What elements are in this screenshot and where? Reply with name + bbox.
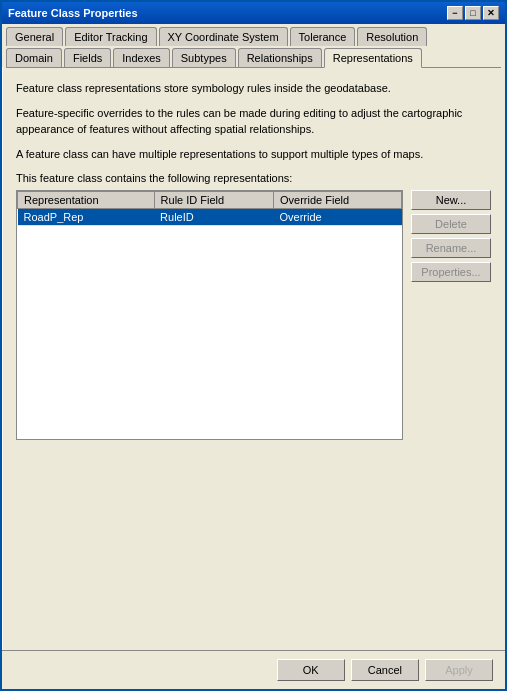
new-button[interactable]: New...: [411, 190, 491, 210]
representations-table-container: Representation Rule ID Field Override Fi…: [16, 190, 403, 440]
rename-button[interactable]: Rename...: [411, 238, 491, 258]
minimize-button[interactable]: −: [447, 6, 463, 20]
tab-resolution[interactable]: Resolution: [357, 27, 427, 46]
table-row[interactable]: RoadP_Rep RuleID Override: [18, 209, 402, 226]
col-header-override: Override Field: [274, 192, 402, 209]
tab-relationships[interactable]: Relationships: [238, 48, 322, 67]
description2: Feature-specific overrides to the rules …: [16, 105, 491, 138]
table-and-buttons: Representation Rule ID Field Override Fi…: [16, 190, 491, 440]
title-bar: Feature Class Properties − □ ✕: [2, 2, 505, 24]
tab-subtypes[interactable]: Subtypes: [172, 48, 236, 67]
ok-button[interactable]: OK: [277, 659, 345, 681]
side-buttons-panel: New... Delete Rename... Properties...: [411, 190, 491, 282]
tab-indexes[interactable]: Indexes: [113, 48, 170, 67]
cancel-button[interactable]: Cancel: [351, 659, 419, 681]
table-header-row: Representation Rule ID Field Override Fi…: [18, 192, 402, 209]
close-button[interactable]: ✕: [483, 6, 499, 20]
representations-table: Representation Rule ID Field Override Fi…: [17, 191, 402, 226]
bottom-bar: OK Cancel Apply: [2, 650, 505, 689]
description3: A feature class can have multiple repres…: [16, 146, 491, 163]
properties-button[interactable]: Properties...: [411, 262, 491, 282]
tab-domain[interactable]: Domain: [6, 48, 62, 67]
content-area: Feature class representations store symb…: [2, 68, 505, 650]
section-label: This feature class contains the followin…: [16, 172, 491, 184]
col-header-representation: Representation: [18, 192, 155, 209]
tab-xy-coordinate[interactable]: XY Coordinate System: [159, 27, 288, 46]
apply-button[interactable]: Apply: [425, 659, 493, 681]
cell-override: Override: [274, 209, 402, 226]
main-window: Feature Class Properties − □ ✕ General E…: [0, 0, 507, 691]
window-title: Feature Class Properties: [8, 7, 138, 19]
cell-representation: RoadP_Rep: [18, 209, 155, 226]
col-header-rule-id: Rule ID Field: [154, 192, 273, 209]
tab-tolerance[interactable]: Tolerance: [290, 27, 356, 46]
description1: Feature class representations store symb…: [16, 80, 491, 97]
cell-rule-id: RuleID: [154, 209, 273, 226]
tab-general[interactable]: General: [6, 27, 63, 46]
title-bar-buttons: − □ ✕: [447, 6, 499, 20]
tab-fields[interactable]: Fields: [64, 48, 111, 67]
delete-button[interactable]: Delete: [411, 214, 491, 234]
maximize-button[interactable]: □: [465, 6, 481, 20]
tab-representations[interactable]: Representations: [324, 48, 422, 68]
tabs-row1: General Editor Tracking XY Coordinate Sy…: [2, 24, 505, 68]
tab-editor-tracking[interactable]: Editor Tracking: [65, 27, 156, 46]
